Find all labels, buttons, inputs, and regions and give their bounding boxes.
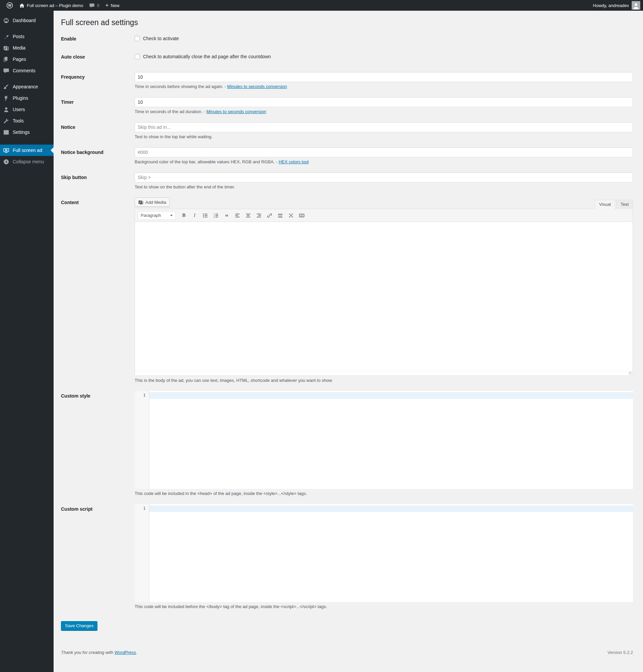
wordpress-logo[interactable]: W — [3, 0, 16, 11]
sidebar-item-label: Full screen ad — [13, 148, 42, 153]
minutes-conversion-link[interactable]: Minutes to seconds conversion — [227, 84, 287, 89]
sidebar-item-settings[interactable]: Settings — [0, 126, 53, 138]
notice-background-input[interactable] — [135, 147, 633, 157]
align-left-button[interactable] — [233, 211, 242, 220]
sidebar-item-full-screen-ad[interactable]: Full screen ad — [0, 145, 53, 156]
users-icon — [3, 106, 9, 113]
frequency-label: Frequency — [61, 72, 135, 89]
skip-button-row: Skip button Text to show on the button a… — [61, 172, 633, 189]
frequency-row: Frequency Time in seconds before showing… — [61, 72, 633, 89]
bold-button[interactable]: B — [179, 211, 189, 220]
read-more-icon — [277, 212, 283, 219]
sidebar-item-appearance[interactable]: Appearance — [0, 81, 53, 92]
svg-text:W: W — [8, 4, 11, 7]
frequency-description: Time in seconds before showing the ad ag… — [135, 84, 633, 89]
enable-row: Enable Check to activate — [61, 36, 633, 41]
sidebar-item-label: Tools — [13, 118, 24, 124]
comments-icon — [3, 67, 9, 74]
sidebar-item-pages[interactable]: Pages — [0, 53, 53, 65]
insert-link-button[interactable] — [265, 211, 274, 220]
settings-icon — [3, 129, 9, 136]
sidebar-item-label: Appearance — [13, 84, 38, 89]
sidebar-item-label: Settings — [13, 129, 30, 135]
active-line — [149, 392, 633, 399]
numbered-list-button[interactable]: 123 — [211, 211, 221, 220]
media-icon — [3, 45, 9, 51]
editor-body[interactable] — [135, 222, 633, 371]
notice-background-description: Background color of the top bar, allowab… — [135, 159, 633, 164]
tab-text[interactable]: Text — [616, 200, 633, 209]
sidebar-item-label: Comments — [13, 68, 36, 73]
custom-style-row: Custom style 1 This code will be include… — [61, 391, 633, 496]
align-center-button[interactable] — [243, 211, 253, 220]
sidebar-item-plugins[interactable]: Plugins — [0, 92, 53, 104]
admin-footer: Thank you for creating with WordPress. V… — [61, 650, 633, 655]
fullscreen-button[interactable] — [286, 211, 296, 220]
sidebar-item-label: Users — [13, 107, 25, 112]
pin-icon — [3, 33, 9, 40]
custom-style-label: Custom style — [61, 391, 135, 496]
wordpress-logo-icon: W — [7, 2, 13, 9]
editor-statusbar — [135, 371, 633, 375]
numbered-list-icon: 123 — [213, 212, 219, 219]
editor-toolbar: Paragraph B I 123 “ — [135, 209, 633, 222]
comment-icon — [89, 3, 95, 8]
italic-button[interactable]: I — [190, 211, 199, 220]
notice-input[interactable] — [135, 122, 633, 132]
sidebar-item-label: Media — [13, 45, 25, 51]
sidebar-item-posts[interactable]: Posts — [0, 31, 53, 42]
auto-close-checkbox[interactable] — [135, 54, 140, 59]
blockquote-button[interactable]: “ — [222, 211, 231, 220]
sidebar-item-dashboard[interactable]: Dashboard — [0, 15, 53, 26]
site-name: Full screen ad – Plugin demo — [27, 3, 83, 8]
sidebar-item-comments[interactable]: Comments — [0, 65, 53, 76]
save-changes-button[interactable]: Save Changes — [61, 621, 97, 631]
sidebar-item-label: Plugins — [13, 95, 28, 101]
frequency-input[interactable] — [135, 72, 633, 82]
collapse-menu-button[interactable]: Collapse menu — [0, 156, 53, 167]
add-media-button[interactable]: Add Media — [135, 197, 170, 207]
align-left-icon — [234, 212, 241, 219]
toolbar-toggle-button[interactable] — [297, 211, 306, 220]
wordpress-link[interactable]: WordPress — [114, 650, 136, 655]
code-area[interactable] — [149, 391, 633, 489]
skip-button-input[interactable] — [135, 172, 633, 183]
account-menu[interactable]: Howdy, andreadev — [593, 0, 643, 11]
sidebar-item-media[interactable]: Media — [0, 42, 53, 53]
custom-script-label: Custom script — [61, 504, 135, 609]
read-more-button[interactable] — [276, 211, 285, 220]
hex-colors-tool-link[interactable]: HEX colors tool — [279, 159, 309, 164]
appearance-icon — [3, 83, 9, 90]
code-area[interactable] — [149, 504, 633, 602]
sidebar-item-tools[interactable]: Tools — [0, 115, 53, 126]
site-menu[interactable]: Full screen ad – Plugin demo — [16, 0, 86, 11]
auto-close-checkbox-label: Check to automatically close the ad page… — [143, 54, 271, 59]
align-right-button[interactable] — [254, 211, 264, 220]
new-content-button[interactable]: + New — [102, 0, 123, 11]
notice-background-row: Notice background Background color of th… — [61, 147, 633, 164]
resize-grip[interactable] — [629, 372, 632, 375]
notice-description: Text to show in the top bar while waitin… — [135, 134, 633, 139]
comments-bubble[interactable]: 0 — [86, 0, 102, 11]
custom-script-code-editor[interactable]: 1 — [135, 504, 633, 602]
bulleted-list-button[interactable] — [201, 211, 210, 220]
plus-icon: + — [106, 2, 109, 8]
line-number-gutter: 1 — [135, 504, 149, 602]
comment-count: 0 — [97, 3, 99, 8]
skip-button-label: Skip button — [61, 172, 135, 189]
timer-input[interactable] — [135, 97, 633, 107]
paragraph-format-dropdown[interactable]: Paragraph — [138, 211, 176, 220]
timer-description: Time in seconds of the ad duration. - Mi… — [135, 109, 633, 114]
minutes-conversion-link[interactable]: Minutes to seconds conversion — [206, 109, 266, 114]
sidebar-item-users[interactable]: Users — [0, 104, 53, 115]
enable-label: Enable — [61, 36, 135, 41]
align-center-icon — [245, 212, 251, 219]
home-icon — [19, 3, 25, 8]
auto-close-label: Auto close — [61, 54, 135, 60]
media-icon — [138, 199, 144, 205]
fullscreen-icon — [288, 212, 294, 219]
tab-visual[interactable]: Visual — [595, 200, 615, 209]
chevron-down-icon — [170, 215, 173, 217]
enable-checkbox[interactable] — [135, 36, 140, 41]
custom-style-code-editor[interactable]: 1 — [135, 391, 633, 489]
